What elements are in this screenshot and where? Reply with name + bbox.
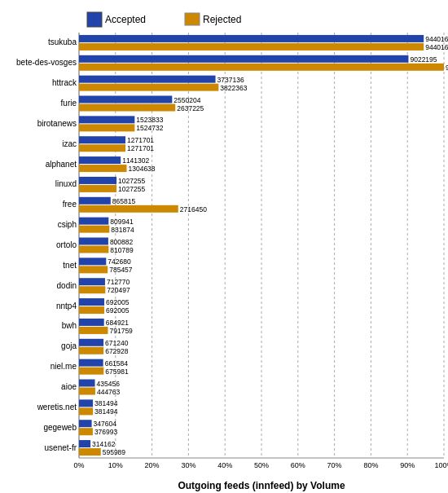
svg-text:niel.me: niel.me	[51, 362, 77, 371]
svg-rect-66	[79, 185, 116, 192]
svg-text:435456: 435456	[97, 380, 121, 388]
svg-text:Rejected: Rejected	[203, 14, 241, 25]
svg-rect-101	[79, 327, 108, 334]
svg-text:2716450: 2716450	[180, 205, 207, 213]
svg-text:tnet: tnet	[63, 261, 77, 270]
svg-text:444763: 444763	[97, 388, 121, 396]
svg-rect-71	[79, 205, 178, 213]
svg-rect-61	[79, 165, 126, 172]
svg-text:831874: 831874	[111, 226, 134, 234]
svg-rect-80	[79, 238, 108, 245]
svg-rect-40	[79, 76, 216, 83]
svg-rect-50	[79, 116, 134, 123]
svg-text:ortolo: ortolo	[56, 240, 77, 249]
svg-rect-131	[79, 448, 101, 456]
svg-text:70%: 70%	[327, 461, 342, 469]
svg-rect-100	[79, 319, 104, 326]
svg-text:gegeweb: gegeweb	[43, 423, 77, 432]
svg-text:furie: furie	[61, 99, 77, 108]
svg-text:10%: 10%	[108, 461, 123, 469]
svg-text:809941: 809941	[110, 218, 134, 226]
svg-text:aioe: aioe	[61, 382, 77, 391]
svg-text:1027255: 1027255	[118, 177, 145, 185]
svg-text:1027255: 1027255	[118, 185, 145, 193]
svg-text:dodin: dodin	[57, 281, 77, 290]
svg-text:1271701: 1271701	[127, 144, 154, 152]
svg-text:free: free	[63, 200, 77, 209]
svg-text:1304638: 1304638	[128, 165, 155, 173]
svg-text:9022195: 9022195	[410, 55, 437, 64]
svg-text:810789: 810789	[110, 246, 134, 254]
svg-text:1141302: 1141302	[122, 156, 149, 165]
svg-text:3822363: 3822363	[220, 84, 247, 92]
svg-rect-76	[79, 226, 109, 233]
svg-rect-45	[79, 96, 172, 103]
svg-rect-111	[79, 368, 103, 375]
svg-text:2550204: 2550204	[173, 96, 200, 104]
svg-rect-31	[79, 43, 424, 51]
svg-text:alphanet: alphanet	[46, 160, 77, 169]
svg-rect-70	[79, 197, 111, 205]
svg-rect-125	[79, 420, 92, 427]
svg-text:goja: goja	[61, 341, 77, 350]
svg-rect-36	[79, 64, 444, 71]
svg-text:bwh: bwh	[62, 321, 77, 330]
svg-rect-65	[79, 177, 116, 184]
chart-container: AcceptedRejected0%10%20%30%40%50%60%70%8…	[0, 0, 448, 493]
svg-rect-60	[79, 156, 121, 164]
svg-text:661584: 661584	[105, 359, 129, 368]
svg-rect-115	[79, 380, 95, 387]
svg-rect-96	[79, 306, 104, 314]
svg-rect-116	[79, 388, 95, 395]
svg-rect-30	[79, 35, 424, 42]
svg-text:2637225: 2637225	[177, 104, 204, 112]
svg-rect-85	[79, 258, 106, 265]
svg-rect-95	[79, 298, 104, 306]
svg-text:381494: 381494	[94, 407, 118, 416]
svg-rect-120	[79, 399, 93, 407]
svg-text:Accepted: Accepted	[105, 14, 146, 25]
svg-text:347604: 347604	[94, 420, 117, 428]
svg-text:1524732: 1524732	[136, 124, 163, 132]
svg-rect-90	[79, 278, 105, 285]
svg-text:381494: 381494	[94, 399, 118, 407]
svg-rect-3	[185, 13, 200, 25]
svg-rect-41	[79, 84, 218, 91]
svg-text:800882: 800882	[110, 238, 134, 246]
svg-text:nntp4: nntp4	[56, 302, 77, 310]
svg-text:684921: 684921	[106, 319, 130, 327]
svg-rect-106	[79, 347, 103, 354]
svg-text:birotanews: birotanews	[37, 119, 77, 128]
svg-text:720497: 720497	[107, 286, 130, 294]
svg-rect-86	[79, 266, 108, 273]
svg-text:80%: 80%	[363, 461, 378, 469]
svg-rect-51	[79, 124, 134, 131]
svg-text:90%: 90%	[400, 461, 415, 469]
svg-text:httrack: httrack	[52, 78, 77, 87]
svg-rect-46	[79, 104, 175, 112]
svg-rect-110	[79, 359, 103, 367]
bar-chart-svg: AcceptedRejected0%10%20%30%40%50%60%70%8…	[4, 4, 448, 493]
svg-rect-81	[79, 246, 108, 253]
svg-text:60%: 60%	[291, 461, 305, 469]
svg-text:izac: izac	[62, 139, 77, 148]
svg-rect-35	[79, 55, 408, 63]
svg-text:692005: 692005	[106, 306, 130, 315]
svg-text:30%: 30%	[181, 461, 195, 469]
svg-text:3737136: 3737136	[217, 76, 244, 84]
svg-text:20%: 20%	[145, 461, 160, 469]
svg-text:weretis.net: weretis.net	[37, 403, 77, 412]
svg-text:Outgoing feeds (innfeed) by Vo: Outgoing feeds (innfeed) by Volume	[178, 480, 345, 491]
svg-text:675981: 675981	[105, 368, 129, 376]
svg-text:692005: 692005	[106, 298, 130, 306]
svg-text:40%: 40%	[217, 461, 232, 469]
svg-text:785457: 785457	[109, 266, 133, 274]
svg-rect-130	[79, 440, 90, 447]
svg-rect-75	[79, 218, 108, 225]
svg-text:csiph: csiph	[58, 220, 77, 229]
svg-text:9440166: 9440166	[425, 35, 448, 43]
svg-text:791759: 791759	[109, 327, 133, 335]
svg-rect-55	[79, 136, 125, 143]
svg-text:376993: 376993	[94, 428, 118, 436]
svg-text:1271701: 1271701	[127, 136, 154, 144]
